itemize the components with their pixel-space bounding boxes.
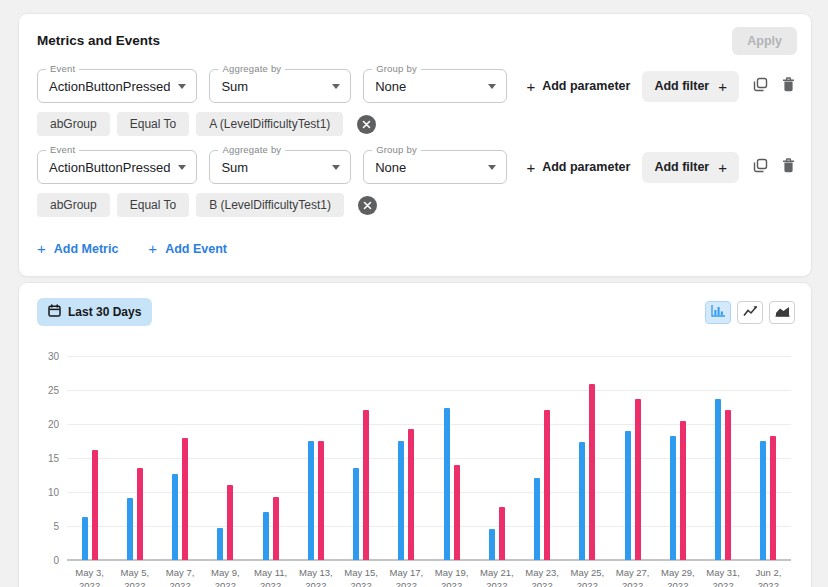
bar-group: May 17,2022	[384, 356, 429, 587]
bar	[82, 517, 88, 560]
event-select-value: ActionButtonPressed	[49, 79, 170, 94]
add-parameter-button[interactable]: + Add parameter	[526, 79, 630, 94]
bar	[770, 436, 776, 560]
add-parameter-button[interactable]: + Add parameter	[526, 160, 630, 175]
duplicate-metric-button[interactable]	[751, 156, 770, 178]
remove-filter-button[interactable]	[357, 115, 376, 134]
x-tick-label: May 17,2022	[389, 567, 423, 587]
add-event-button[interactable]: + Add Event	[148, 241, 227, 256]
bar-group: May 19,2022	[429, 356, 474, 587]
y-tick-label: 15	[48, 453, 59, 464]
metrics-and-events-panel: Metrics and Events Apply Event ActionBut…	[18, 13, 812, 277]
aggregate-select-value: Sum	[221, 160, 248, 175]
x-tick-label: May 27,2022	[616, 567, 650, 587]
bar	[444, 408, 450, 560]
date-range-button[interactable]: Last 30 Days	[37, 298, 152, 326]
chevron-down-icon	[178, 84, 186, 89]
y-tick-label: 25	[48, 385, 59, 396]
bar	[454, 465, 460, 560]
bar	[127, 498, 133, 560]
y-tick-label: 0	[53, 555, 59, 566]
close-icon	[362, 120, 371, 129]
bar-chart-toggle-button[interactable]	[705, 301, 731, 324]
filter-field-chip: abGroup	[37, 193, 110, 217]
bar-group: May 7,2022	[158, 356, 203, 587]
group-by-select[interactable]: Group by None	[363, 69, 507, 103]
chevron-down-icon	[332, 165, 340, 170]
bar	[318, 441, 324, 560]
metric-row-1: Event ActionButtonPressed Aggregate by S…	[37, 69, 797, 103]
trash-icon	[782, 158, 795, 176]
bar-group: May 11,2022	[248, 356, 293, 587]
filter-chip-row-2: abGroup Equal To B (LevelDifficultyTest1…	[37, 193, 797, 217]
x-tick-label: May 7,2022	[166, 567, 195, 587]
plus-icon: +	[526, 160, 535, 175]
bar-group: May 23,2022	[520, 356, 565, 587]
y-tick-label: 10	[48, 487, 59, 498]
bar	[137, 468, 143, 560]
bar	[217, 528, 223, 560]
duplicate-metric-button[interactable]	[751, 75, 770, 97]
add-parameter-label: Add parameter	[542, 160, 630, 174]
x-tick-label: May 31,2022	[706, 567, 740, 587]
bar	[725, 410, 731, 560]
aggregate-select-label: Aggregate by	[218, 63, 285, 74]
line-chart-toggle-button[interactable]	[737, 301, 763, 324]
apply-button[interactable]: Apply	[732, 27, 797, 55]
chart-toolbar: Last 30 Days	[37, 298, 795, 326]
event-select[interactable]: Event ActionButtonPressed	[37, 150, 197, 184]
bar-group: Jun 2,2022	[746, 356, 791, 587]
aggregate-by-select[interactable]: Aggregate by Sum	[209, 69, 351, 103]
bar	[172, 474, 178, 560]
bar-group: May 31,2022	[701, 356, 746, 587]
trash-icon	[782, 77, 795, 95]
bar-group: May 27,2022	[610, 356, 655, 587]
y-tick-label: 30	[48, 351, 59, 362]
chevron-down-icon	[488, 84, 496, 89]
filter-operator-chip: Equal To	[117, 193, 189, 217]
bar-chart: 051015202530 May 3,2022May 5,2022May 7,2…	[31, 356, 795, 587]
bar-group: May 9,2022	[203, 356, 248, 587]
area-chart-toggle-button[interactable]	[769, 301, 795, 324]
bar-group: May 5,2022	[112, 356, 157, 587]
remove-filter-button[interactable]	[358, 196, 377, 215]
delete-metric-button[interactable]	[780, 75, 797, 97]
add-filter-button[interactable]: Add filter +	[642, 71, 739, 102]
bar	[308, 441, 314, 560]
plus-icon: +	[718, 160, 727, 175]
plus-icon: +	[718, 79, 727, 94]
bar-group: May 3,2022	[67, 356, 112, 587]
event-select-label: Event	[46, 63, 79, 74]
add-filter-button[interactable]: Add filter +	[642, 152, 739, 183]
x-tick-label: May 23,2022	[525, 567, 559, 587]
event-select[interactable]: Event ActionButtonPressed	[37, 69, 197, 103]
area-chart-icon	[775, 304, 790, 320]
bar	[534, 478, 540, 560]
x-tick-label: May 3,2022	[75, 567, 104, 587]
aggregate-select-label: Aggregate by	[218, 144, 285, 155]
bar	[680, 421, 686, 560]
filter-chip-row-1: abGroup Equal To A (LevelDifficultyTest1…	[37, 112, 797, 136]
add-links-row: + Add Metric + Add Event	[37, 241, 797, 256]
delete-metric-button[interactable]	[780, 156, 797, 178]
line-chart-icon	[743, 304, 758, 320]
bar	[670, 436, 676, 560]
metric-row-2: Event ActionButtonPressed Aggregate by S…	[37, 150, 797, 184]
event-select-value: ActionButtonPressed	[49, 160, 170, 175]
x-tick-label: May 13,2022	[299, 567, 333, 587]
group-by-select[interactable]: Group by None	[363, 150, 507, 184]
x-tick-label: May 15,2022	[344, 567, 378, 587]
bar	[489, 529, 495, 560]
copy-icon	[753, 158, 768, 176]
filter-field-chip: abGroup	[37, 112, 110, 136]
bar-chart-icon	[711, 304, 726, 320]
bar	[363, 410, 369, 560]
chart-type-switcher	[705, 301, 795, 324]
aggregate-by-select[interactable]: Aggregate by Sum	[209, 150, 351, 184]
bar	[353, 468, 359, 560]
plus-icon: +	[148, 241, 157, 256]
add-metric-button[interactable]: + Add Metric	[37, 241, 118, 256]
plus-icon: +	[37, 241, 46, 256]
bar	[625, 431, 631, 560]
group-select-value: None	[375, 160, 406, 175]
